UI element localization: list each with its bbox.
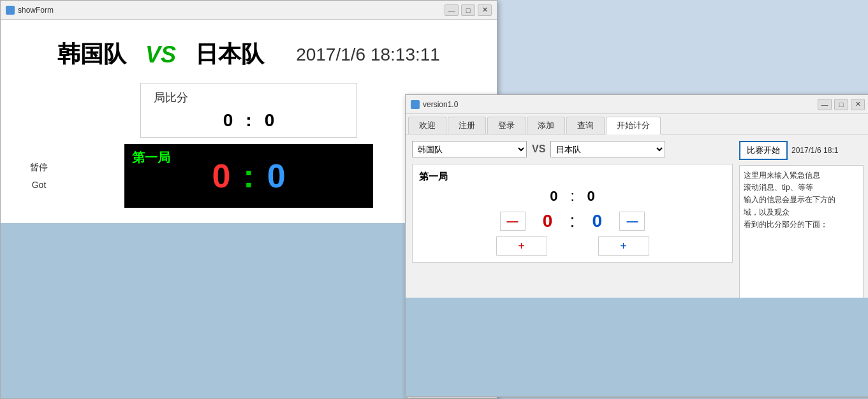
show-form-controls: — □ ✕	[445, 4, 492, 16]
match-datetime: 2017/1/6 18:13:11	[296, 45, 440, 65]
match-start-row: 比赛开始 2017/1/6 18:1	[739, 141, 864, 160]
nav-tabs: 欢迎 注册 登录 添加 查询 开始计分	[406, 114, 868, 134]
led-board: 第一局 0 : 0	[124, 144, 373, 208]
led-score2: 0	[267, 157, 286, 195]
left-side-labels: 暂停 Got	[13, 162, 64, 190]
team2-name: 日本队	[195, 39, 264, 70]
team-row: 韩国队 VS 日本队	[412, 141, 733, 157]
team2-select[interactable]: 日本队	[550, 141, 665, 157]
tab-add[interactable]: 添加	[527, 117, 565, 134]
period-title: 第一局	[419, 171, 726, 183]
team1-select[interactable]: 韩国队	[412, 141, 527, 157]
current-score1: 0	[535, 211, 561, 231]
led-colon: :	[243, 157, 254, 195]
score-panel: 局比分 0 : 0	[140, 83, 357, 138]
show-form-titlebar: showForm — □ ✕	[1, 1, 497, 20]
score-display: 0 : 0	[154, 110, 344, 131]
period-total-score2: 0	[587, 188, 595, 205]
tab-scoring[interactable]: 开始计分	[606, 117, 661, 134]
show-form-title-left: showForm	[6, 6, 54, 15]
version-titlebar: version1.0 — □ ✕	[406, 95, 868, 114]
period-box: 第一局 0 : 0 — 0 : 0 — +	[412, 164, 733, 263]
match-start-btn[interactable]: 比赛开始	[739, 141, 788, 160]
show-form-minimize-btn[interactable]: —	[445, 4, 459, 16]
plus-row: + +	[419, 236, 726, 256]
plus-blue-btn[interactable]: +	[598, 236, 649, 256]
got-label-left: Got	[32, 180, 47, 190]
minus-red-btn[interactable]: —	[500, 212, 526, 231]
version-title: version1.0	[423, 100, 458, 109]
score-panel-colon: :	[246, 110, 251, 131]
minus-blue-btn[interactable]: —	[619, 212, 645, 231]
show-form-icon	[6, 6, 15, 15]
tab-query[interactable]: 查询	[566, 117, 605, 134]
version-controls: — □ ✕	[818, 99, 865, 110]
tab-welcome[interactable]: 欢迎	[408, 117, 446, 134]
current-score2: 0	[584, 211, 610, 231]
period-total-score-row: 0 : 0	[419, 188, 726, 205]
led-score1: 0	[212, 157, 230, 195]
version-maximize-btn[interactable]: □	[834, 99, 848, 110]
team1-name: 韩国队	[57, 39, 126, 70]
version-minimize-btn[interactable]: —	[818, 99, 832, 110]
period-total-colon: :	[570, 188, 574, 205]
pause-label-left: 暂停	[30, 162, 48, 173]
tab-login[interactable]: 登录	[487, 117, 526, 134]
match-header: 韩国队 VS 日本队 2017/1/6 18:13:11	[13, 39, 484, 70]
current-colon: :	[570, 211, 575, 231]
led-scores: 0 : 0	[212, 157, 285, 195]
plus-red-btn[interactable]: +	[496, 236, 547, 256]
version-window: version1.0 — □ ✕ 欢迎 注册 登录 添加 查询 开始计分 韩国队…	[405, 94, 868, 397]
version-blue-area	[406, 298, 868, 396]
show-form-title: showForm	[18, 6, 54, 15]
vs-label: VS	[145, 41, 176, 68]
vs-small: VS	[532, 143, 545, 155]
version-title-left: version1.0	[411, 100, 458, 109]
show-form-maximize-btn[interactable]: □	[461, 4, 475, 16]
tab-register[interactable]: 注册	[448, 117, 486, 134]
version-icon	[411, 100, 420, 109]
score-controls: — 0 : 0 —	[419, 211, 726, 231]
period-total-score1: 0	[550, 188, 557, 205]
score-panel-title: 局比分	[154, 90, 344, 105]
show-form-blue-area	[1, 223, 408, 398]
score-panel-score1: 0	[223, 110, 233, 131]
led-period: 第一局	[132, 149, 170, 166]
show-form-close-btn[interactable]: ✕	[478, 4, 492, 16]
version-close-btn[interactable]: ✕	[851, 99, 865, 110]
match-datetime-small: 2017/1/6 18:1	[791, 146, 838, 155]
score-panel-score2: 0	[265, 110, 275, 131]
